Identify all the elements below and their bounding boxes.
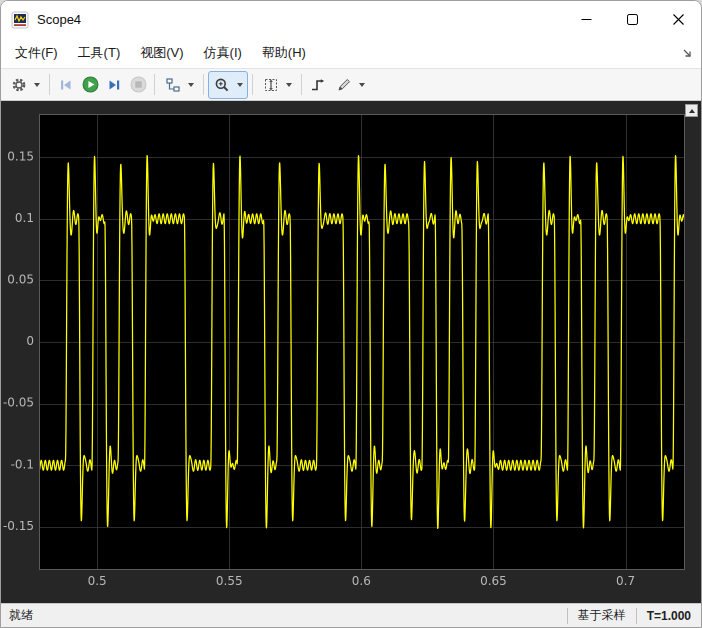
step-back-icon [58, 77, 74, 93]
titlebar: Scope4 [1, 1, 701, 38]
maximize-button[interactable] [609, 1, 655, 38]
menu-simulation[interactable]: 仿真(I) [194, 39, 252, 67]
settings-group [5, 71, 45, 99]
zoom-icon [214, 77, 230, 93]
sample-mode-text: 基于采样 [568, 607, 636, 624]
simulation-time-text: T=1.000 [637, 609, 701, 623]
maximize-icon [627, 14, 638, 25]
stop-icon [130, 76, 147, 93]
measurements-button[interactable] [332, 73, 356, 97]
menu-view[interactable]: 视图(V) [130, 39, 193, 67]
scope-window: Scope4 文件(F) 工具(T) 视图(V) 仿真(I) 帮助(H) [0, 0, 702, 628]
close-icon [673, 14, 684, 25]
measurements-dropdown-caret[interactable] [359, 83, 365, 87]
waveform-canvas[interactable] [1, 101, 701, 603]
settings-gear-icon [11, 77, 27, 93]
scope-app-icon [11, 11, 29, 29]
fit-group [257, 71, 297, 99]
measurements-icon [336, 77, 352, 93]
collapse-menu-arrow-icon[interactable] [681, 45, 693, 63]
stop-button[interactable] [126, 73, 150, 97]
minimize-button[interactable] [563, 1, 609, 38]
menubar: 文件(F) 工具(T) 视图(V) 仿真(I) 帮助(H) [1, 38, 701, 68]
step-forward-icon [106, 77, 122, 93]
trigger-edge-icon [310, 77, 326, 93]
measurements-group [330, 71, 370, 99]
fit-to-view-icon [263, 77, 279, 93]
hierarchy-group [159, 71, 199, 99]
scroll-up-button[interactable] [685, 104, 698, 117]
toolbar-separator [301, 74, 302, 95]
fit-to-view-button[interactable] [259, 73, 283, 97]
settings-dropdown-caret[interactable] [34, 83, 40, 87]
statusbar-right: 基于采样 T=1.000 [567, 604, 701, 627]
scope-plot [1, 101, 701, 603]
step-back-button[interactable] [54, 73, 78, 97]
up-arrow-icon [689, 109, 695, 113]
simulink-hierarchy-icon [165, 77, 181, 93]
status-text: 就绪 [1, 607, 33, 624]
toolbar-separator [252, 74, 253, 95]
zoom-group [208, 71, 248, 99]
hierarchy-button[interactable] [161, 73, 185, 97]
window-controls [563, 1, 701, 38]
toolbar-separator [49, 74, 50, 95]
run-button[interactable] [78, 73, 102, 97]
menu-file[interactable]: 文件(F) [5, 39, 68, 67]
menu-help[interactable]: 帮助(H) [252, 39, 316, 67]
toolbar-separator [203, 74, 204, 95]
window-title: Scope4 [37, 12, 81, 27]
close-button[interactable] [655, 1, 701, 38]
zoom-button[interactable] [210, 73, 234, 97]
menu-tools[interactable]: 工具(T) [68, 39, 131, 67]
zoom-dropdown-caret[interactable] [237, 83, 243, 87]
statusbar: 就绪 基于采样 T=1.000 [1, 603, 701, 627]
step-forward-button[interactable] [102, 73, 126, 97]
settings-button[interactable] [7, 73, 31, 97]
minimize-icon [581, 14, 592, 25]
fit-dropdown-caret[interactable] [286, 83, 292, 87]
run-play-icon [82, 76, 99, 93]
hierarchy-dropdown-caret[interactable] [188, 83, 194, 87]
trigger-button[interactable] [306, 73, 330, 97]
toolbar [1, 68, 701, 101]
toolbar-separator [154, 74, 155, 95]
